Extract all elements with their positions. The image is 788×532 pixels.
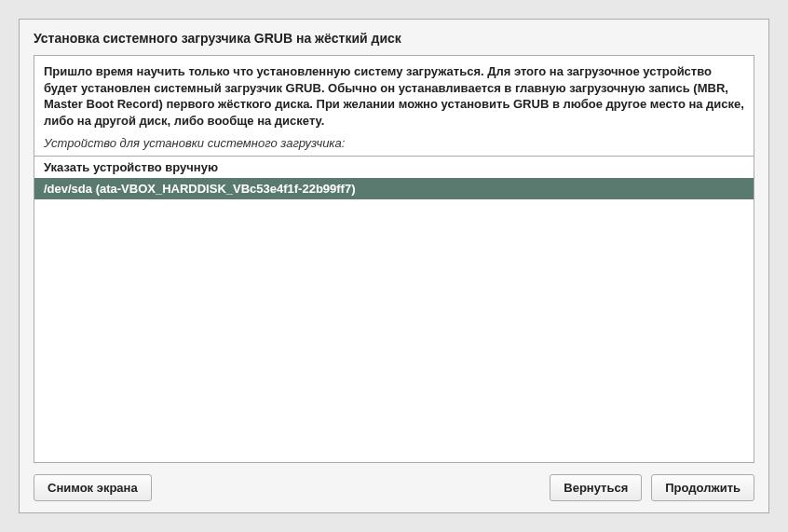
device-option-sda[interactable]: /dev/sda (ata-VBOX_HARDDISK_VBc53e4f1f-2… <box>34 178 754 199</box>
continue-button[interactable]: Продолжить <box>651 474 754 501</box>
installer-window: Установка системного загрузчика GRUB на … <box>19 19 769 513</box>
screenshot-button[interactable]: Снимок экрана <box>34 474 152 501</box>
description-text: Пришло время научить только что установл… <box>34 56 754 134</box>
main-panel: Пришло время научить только что установл… <box>34 55 754 463</box>
button-row: Снимок экрана Вернуться Продолжить <box>34 474 754 501</box>
device-option-manual[interactable]: Указать устройство вручную <box>34 157 754 178</box>
page-title: Установка системного загрузчика GRUB на … <box>34 31 754 46</box>
device-list: Указать устройство вручную /dev/sda (ata… <box>34 156 754 462</box>
back-button[interactable]: Вернуться <box>550 474 642 501</box>
subtitle-text: Устройство для установки системного загр… <box>34 134 754 156</box>
